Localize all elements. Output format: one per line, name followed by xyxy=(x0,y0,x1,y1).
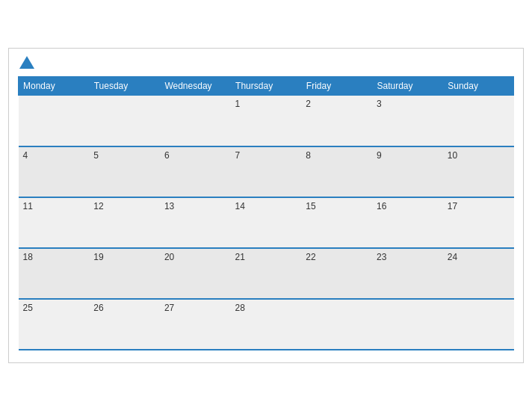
calendar-empty-4-5 xyxy=(372,299,443,350)
calendar-day-28: 28 xyxy=(231,299,302,350)
calendar-day-23: 23 xyxy=(372,248,443,299)
calendar-empty-0-2 xyxy=(160,96,231,146)
day-number-14: 14 xyxy=(235,201,245,211)
logo-row xyxy=(18,56,34,70)
logo-area xyxy=(18,56,34,70)
weekday-header-saturday: Saturday xyxy=(372,77,443,96)
calendar-day-22: 22 xyxy=(301,248,372,299)
calendar-week-5: 25262728 xyxy=(19,299,514,350)
calendar-day-19: 19 xyxy=(89,248,160,299)
calendar-day-14: 14 xyxy=(231,197,302,248)
logo-block xyxy=(18,56,34,70)
calendar-week-1: 123 xyxy=(19,96,514,146)
day-number-11: 11 xyxy=(23,201,33,211)
calendar-day-12: 12 xyxy=(89,197,160,248)
day-number-15: 15 xyxy=(306,201,315,211)
day-number-16: 16 xyxy=(377,201,386,211)
day-number-25: 25 xyxy=(23,303,33,313)
calendar-day-9: 9 xyxy=(372,146,443,197)
calendar-day-1: 1 xyxy=(231,96,302,146)
calendar-header xyxy=(18,56,514,70)
calendar-day-4: 4 xyxy=(19,146,90,197)
logo-triangle-icon xyxy=(19,56,34,69)
day-number-28: 28 xyxy=(235,303,245,313)
calendar-day-10: 10 xyxy=(443,146,514,197)
calendar-day-11: 11 xyxy=(19,197,90,248)
calendar-body: 1234567891011121314151617181920212223242… xyxy=(19,96,514,350)
day-number-22: 22 xyxy=(306,252,315,262)
day-number-24: 24 xyxy=(448,252,457,262)
day-number-19: 19 xyxy=(93,252,103,262)
calendar-day-21: 21 xyxy=(231,248,302,299)
day-number-3: 3 xyxy=(377,99,382,109)
calendar-empty-0-1 xyxy=(89,96,160,146)
day-number-12: 12 xyxy=(93,201,103,211)
calendar-empty-4-6 xyxy=(443,299,514,350)
day-number-21: 21 xyxy=(235,252,245,262)
day-number-23: 23 xyxy=(377,252,386,262)
weekday-header-tuesday: Tuesday xyxy=(89,77,160,96)
calendar-day-26: 26 xyxy=(89,299,160,350)
calendar-day-24: 24 xyxy=(443,248,514,299)
weekday-header-monday: Monday xyxy=(19,77,90,96)
day-number-26: 26 xyxy=(93,303,103,313)
day-number-4: 4 xyxy=(23,150,28,161)
calendar-day-16: 16 xyxy=(372,197,443,248)
calendar-empty-0-6 xyxy=(443,96,514,146)
day-number-20: 20 xyxy=(164,252,174,262)
calendar-day-6: 6 xyxy=(160,146,231,197)
day-number-10: 10 xyxy=(448,150,457,161)
calendar-day-3: 3 xyxy=(372,96,443,146)
calendar-grid: MondayTuesdayWednesdayThursdayFridaySatu… xyxy=(18,76,514,350)
calendar-header-row: MondayTuesdayWednesdayThursdayFridaySatu… xyxy=(19,77,514,96)
day-number-6: 6 xyxy=(164,150,170,161)
day-number-7: 7 xyxy=(235,150,241,161)
day-number-9: 9 xyxy=(377,150,382,161)
calendar-day-5: 5 xyxy=(89,146,160,197)
calendar-day-7: 7 xyxy=(231,146,302,197)
weekday-header-wednesday: Wednesday xyxy=(160,77,231,96)
calendar-container: MondayTuesdayWednesdayThursdayFridaySatu… xyxy=(8,48,524,363)
calendar-week-3: 11121314151617 xyxy=(19,197,514,248)
weekday-header-friday: Friday xyxy=(301,77,372,96)
calendar-day-25: 25 xyxy=(19,299,90,350)
calendar-day-13: 13 xyxy=(160,197,231,248)
day-number-8: 8 xyxy=(306,150,311,161)
calendar-empty-4-4 xyxy=(301,299,372,350)
calendar-week-2: 45678910 xyxy=(19,146,514,197)
day-number-1: 1 xyxy=(235,99,241,109)
calendar-day-27: 27 xyxy=(160,299,231,350)
day-number-27: 27 xyxy=(164,303,174,313)
day-number-17: 17 xyxy=(448,201,457,211)
weekday-header-thursday: Thursday xyxy=(231,77,302,96)
calendar-empty-0-0 xyxy=(19,96,90,146)
day-number-5: 5 xyxy=(93,150,99,161)
day-number-2: 2 xyxy=(306,99,311,109)
calendar-day-2: 2 xyxy=(301,96,372,146)
calendar-day-15: 15 xyxy=(301,197,372,248)
calendar-week-4: 18192021222324 xyxy=(19,248,514,299)
weekday-header-row: MondayTuesdayWednesdayThursdayFridaySatu… xyxy=(19,77,514,96)
calendar-day-17: 17 xyxy=(443,197,514,248)
weekday-header-sunday: Sunday xyxy=(443,77,514,96)
day-number-18: 18 xyxy=(23,252,33,262)
day-number-13: 13 xyxy=(164,201,174,211)
calendar-day-20: 20 xyxy=(160,248,231,299)
calendar-day-18: 18 xyxy=(19,248,90,299)
calendar-day-8: 8 xyxy=(301,146,372,197)
